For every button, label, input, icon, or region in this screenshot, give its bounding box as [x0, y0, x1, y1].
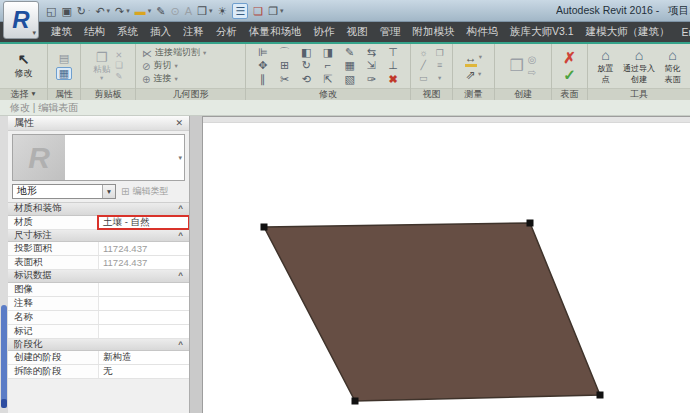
tab-modeling-master[interactable]: 建模大师（建筑）	[580, 23, 676, 41]
chevron-down-icon[interactable]: ▼	[102, 185, 115, 198]
rotate-icon[interactable]: ↻	[302, 60, 311, 71]
rotate-alt-icon[interactable]: ⟲	[302, 74, 311, 85]
align-icon[interactable]: ⊫	[258, 47, 268, 58]
modify-button[interactable]: ↖ 修改	[0, 44, 47, 88]
delete-icon[interactable]: ✖	[389, 74, 398, 85]
tab-insert[interactable]: 插入	[144, 23, 177, 41]
thin-lines-icon[interactable]: ☰	[232, 3, 248, 19]
pin-icon[interactable]: ⇱	[323, 74, 332, 85]
caret[interactable]: ▾	[126, 4, 130, 18]
drawing-area[interactable]	[202, 116, 690, 413]
tag-icon[interactable]: ⊙	[171, 4, 180, 18]
scale-icon[interactable]: ⇲	[367, 60, 376, 71]
section-phasing[interactable]: 阶段化 ^	[8, 339, 189, 352]
cut-item[interactable]: ⊘ 剪切 ▾	[142, 61, 178, 72]
finish-surface-button[interactable]: ✓	[563, 67, 576, 82]
vertex-handle[interactable]	[527, 220, 534, 227]
create-assembly-icon[interactable]: ⇨	[528, 68, 537, 78]
tab-structure[interactable]: 结构	[78, 23, 111, 41]
caret[interactable]: ▾	[107, 4, 111, 18]
measure-icon[interactable]: ⇗ ▾	[466, 69, 481, 81]
join-end-cut-item[interactable]: ⋉ 连接端切割 ▾	[142, 48, 206, 59]
create-group-icon[interactable]: ◎	[528, 55, 537, 65]
lightbulb-icon[interactable]: ☼	[419, 49, 427, 58]
section-dimensions[interactable]: 尺寸标注 ^	[8, 230, 189, 243]
properties-palette-icon[interactable]: ▤	[59, 53, 69, 64]
place-point-button[interactable]: ⌂ 放置 点	[590, 45, 621, 87]
tab-component-dock[interactable]: 构件坞	[461, 23, 505, 41]
tab-collaborate[interactable]: 协作	[308, 23, 341, 41]
caret[interactable]: ▾	[438, 75, 441, 82]
close-hidden-windows-icon[interactable]: ❏	[253, 4, 263, 18]
default-3d-view-icon[interactable]: ❒	[197, 4, 207, 18]
property-value[interactable]	[98, 325, 189, 338]
attach-icon[interactable]: ⊤	[388, 47, 398, 58]
caret[interactable]: ▾	[148, 4, 152, 18]
property-value[interactable]	[98, 283, 189, 296]
linework-icon[interactable]: ╱	[421, 61, 426, 70]
copy-to-clipboard-icon[interactable]: ❏	[115, 61, 123, 70]
redo-icon[interactable]: ↷	[115, 4, 124, 18]
tab-manage[interactable]: 管理	[374, 23, 407, 41]
dimension-icon[interactable]: ▬	[135, 4, 146, 18]
array-icon[interactable]: ▦	[345, 60, 355, 71]
paste-button[interactable]: ❐ 粘贴 ▾	[93, 51, 110, 82]
undo-icon[interactable]: ↶	[95, 4, 104, 18]
collapse-chevron-icon[interactable]: ^	[178, 271, 183, 280]
aligned-dimension-icon[interactable]: ↔ ▾	[465, 52, 482, 64]
caret[interactable]: ▾	[280, 4, 284, 18]
tab-systems[interactable]: 系统	[111, 23, 144, 41]
property-value[interactable]	[98, 311, 189, 324]
cope-icon[interactable]: ⌒	[279, 47, 290, 58]
collapse-chevron-icon[interactable]: ^	[178, 340, 183, 349]
row-material[interactable]: 材质 土壤 - 自然	[8, 216, 189, 230]
vertex-handle[interactable]	[597, 392, 604, 399]
preview-caret-icon[interactable]: ▾	[178, 154, 182, 162]
create-from-import-button[interactable]: ⌂ 通过导入 创建	[623, 45, 655, 87]
array-radial-icon[interactable]: ▧	[345, 74, 355, 85]
tab-view[interactable]: 视图	[341, 23, 374, 41]
row-comments[interactable]: 注释	[8, 297, 189, 311]
edit-type-button[interactable]: ⊞ 编辑类型	[121, 185, 168, 198]
property-value[interactable]: 11724.437	[98, 256, 189, 269]
trim-icon[interactable]: ⌐	[325, 60, 331, 71]
switch-windows-icon[interactable]: ❐	[268, 4, 278, 18]
plan-region-icon[interactable]: ▭	[419, 74, 428, 83]
collapse-chevron-icon[interactable]: ^	[178, 231, 183, 240]
close-icon[interactable]: ✕	[175, 118, 183, 128]
sync-icon[interactable]: ↻	[77, 4, 86, 18]
page-scrollbar-thumb[interactable]	[1, 305, 7, 405]
row-mark[interactable]: 标记	[8, 325, 189, 339]
camera-icon[interactable]: ❐	[436, 49, 444, 58]
type-selector[interactable]: 地形 ▼	[12, 184, 116, 199]
toposurface[interactable]	[264, 223, 600, 401]
app-menu-button[interactable]: R ▾	[3, 1, 39, 39]
section-identity[interactable]: 标识数据 ^	[8, 270, 189, 283]
mirror-pick-icon[interactable]: ◨	[323, 47, 333, 58]
swap-icon[interactable]: ⇆	[367, 47, 376, 58]
sketch-icon[interactable]: ✎	[345, 47, 354, 58]
caret[interactable]: ·	[88, 4, 90, 18]
page-scrollbar-notch[interactable]	[1, 399, 7, 408]
tab-annotate[interactable]: 注释	[177, 23, 210, 41]
cancel-surface-button[interactable]: ✗	[563, 50, 576, 65]
delete-icon[interactable]: ✕	[115, 51, 123, 60]
tab-analyze[interactable]: 分析	[210, 23, 243, 41]
unpin-icon[interactable]: ⊥	[388, 60, 398, 71]
render-icon[interactable]: ☀	[218, 4, 228, 18]
save-icon[interactable]: ▣	[61, 4, 71, 18]
text-icon[interactable]: A	[185, 4, 192, 18]
property-value[interactable]: 新构造	[98, 351, 189, 364]
vertex-handle[interactable]	[261, 224, 268, 231]
open-icon[interactable]: ◱	[46, 4, 56, 18]
simplify-surface-button[interactable]: ⌂ 简化 表面	[657, 45, 688, 87]
match-type-icon[interactable]: ✎	[115, 72, 123, 81]
property-value[interactable]	[98, 297, 189, 310]
create-group-big-icon[interactable]: ❒	[509, 58, 523, 74]
collapse-chevron-icon[interactable]: ^	[178, 204, 183, 213]
split-icon[interactable]: ✂	[280, 74, 289, 85]
tab-addins[interactable]: 附加模块	[407, 23, 461, 41]
property-value[interactable]: 土壤 - 自然	[98, 216, 189, 229]
section-materials[interactable]: 材质和装饰 ^	[8, 203, 189, 216]
property-value[interactable]: 无	[98, 365, 189, 378]
